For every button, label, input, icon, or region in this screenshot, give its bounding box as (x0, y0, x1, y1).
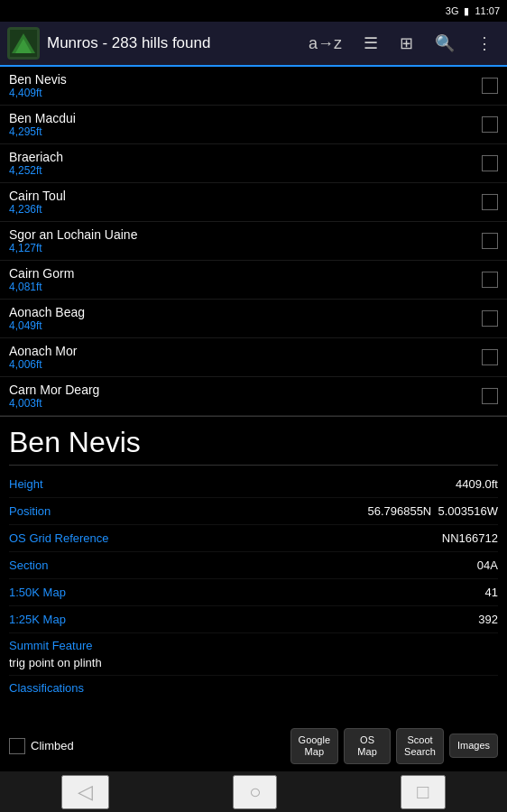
list-item-name: Aonach Mor (9, 344, 77, 358)
height-label: Height (9, 477, 43, 491)
detail-title: Ben Nevis (9, 426, 498, 466)
map25k-row: 1:25K Map 392 (9, 606, 498, 633)
search-button[interactable]: 🔍 (428, 30, 462, 57)
google-map-button[interactable]: Google Map (290, 728, 338, 764)
list-item-checkbox[interactable] (482, 233, 498, 249)
summit-feature-section: Summit Feature trig point on plinth (9, 633, 498, 676)
list-item[interactable]: Cairn Toul 4,236ft (0, 183, 507, 222)
list-item-height: 4,295ft (9, 125, 76, 138)
list-item-name: Cairn Toul (9, 189, 66, 203)
climbed-checkbox[interactable] (9, 738, 25, 754)
list-item-checkbox[interactable] (482, 388, 498, 404)
list-item-checkbox[interactable] (482, 194, 498, 210)
list-item-name: Carn Mor Dearg (9, 383, 99, 397)
signal-indicator: 3G (446, 5, 459, 16)
list-item[interactable]: Cairn Gorm 4,081ft (0, 261, 507, 300)
list-item-height: 4,081ft (9, 281, 74, 293)
climbed-label: Climbed (31, 739, 74, 752)
height-row: Height 4409.0ft (9, 471, 498, 498)
map-view-button[interactable]: ⊞ (392, 30, 420, 57)
sort-button[interactable]: ☰ (356, 30, 385, 57)
os-map-button[interactable]: OS Map (344, 728, 391, 764)
list-item-name: Ben Macdui (9, 111, 76, 125)
sort-alpha-button[interactable]: a→z (301, 31, 349, 57)
os-grid-ref-label: OS Grid Reference (9, 531, 109, 545)
list-item-height: 4,127ft (9, 242, 137, 254)
position-row: Position 56.796855N 5.003516W (9, 498, 498, 525)
list-item-checkbox[interactable] (482, 310, 498, 327)
climbed-container: Climbed (9, 738, 74, 754)
height-value: 4409.0ft (456, 477, 498, 491)
list-item-height: 4,003ft (9, 397, 99, 410)
list-item[interactable]: Ben Nevis 4,409ft (0, 67, 507, 106)
nav-bar: ◁ ○ □ (0, 771, 507, 812)
list-item-height: 4,236ft (9, 203, 66, 216)
section-value: 04A (477, 558, 498, 572)
list-item[interactable]: Aonach Beag 4,049ft (0, 300, 507, 338)
summit-feature-label: Summit Feature (9, 639, 498, 652)
section-row: Section 04A (9, 552, 498, 579)
list-item-height: 4,049ft (9, 319, 85, 332)
list-item-name: Sgor an Lochain Uaine (9, 227, 137, 242)
toolbar: Munros - 283 hills found a→z ☰ ⊞ 🔍 ⋮ (0, 22, 507, 67)
map50k-label: 1:50K Map (9, 586, 66, 599)
classifications-label: Classifications (9, 676, 498, 700)
os-grid-ref-value: NN166712 (442, 531, 498, 545)
hills-list: Ben Nevis 4,409ft Ben Macdui 4,295ft Bra… (0, 67, 507, 417)
list-item[interactable]: Aonach Mor 4,006ft (0, 338, 507, 377)
position-value: 56.796855N 5.003516W (367, 504, 498, 518)
action-bar: Climbed Google Map OS Map Scoot Search I… (0, 721, 507, 771)
list-item-name: Braeriach (9, 150, 63, 164)
map50k-value: 41 (485, 586, 498, 599)
list-item-checkbox[interactable] (482, 116, 498, 133)
battery-icon: ▮ (464, 5, 469, 17)
status-bar: 3G ▮ 11:07 (0, 0, 507, 22)
list-item-name: Ben Nevis (9, 72, 67, 87)
list-item[interactable]: Ben Macdui 4,295ft (0, 106, 507, 144)
detail-panel: Ben Nevis Height 4409.0ft Position 56.79… (0, 417, 507, 700)
more-options-button[interactable]: ⋮ (469, 30, 500, 57)
toolbar-title: Munros - 283 hills found (47, 34, 294, 52)
list-item-name: Cairn Gorm (9, 266, 74, 281)
list-item[interactable]: Sgor an Lochain Uaine 4,127ft (0, 222, 507, 261)
map25k-label: 1:25K Map (9, 613, 66, 626)
images-button[interactable]: Images (449, 734, 498, 758)
list-item-checkbox[interactable] (482, 78, 498, 94)
recents-button[interactable]: □ (401, 775, 445, 809)
back-button[interactable]: ◁ (61, 775, 109, 809)
list-item-checkbox[interactable] (482, 349, 498, 365)
list-item-checkbox[interactable] (482, 155, 498, 171)
list-item-height: 4,252ft (9, 164, 63, 177)
list-item-name: Aonach Beag (9, 305, 85, 319)
map50k-row: 1:50K Map 41 (9, 579, 498, 606)
list-item-height: 4,006ft (9, 358, 77, 371)
os-grid-ref-row: OS Grid Reference NN166712 (9, 525, 498, 552)
position-label: Position (9, 504, 51, 518)
list-item[interactable]: Carn Mor Dearg 4,003ft (0, 377, 507, 416)
list-item-checkbox[interactable] (482, 272, 498, 288)
app-icon (7, 27, 40, 60)
list-item-height: 4,409ft (9, 87, 67, 99)
scoot-search-button[interactable]: Scoot Search (396, 728, 444, 764)
summit-feature-value: trig point on plinth (9, 656, 498, 669)
map25k-value: 392 (478, 613, 498, 626)
home-button[interactable]: ○ (233, 775, 277, 809)
time-display: 11:07 (475, 5, 500, 16)
section-label: Section (9, 558, 48, 572)
list-item[interactable]: Braeriach 4,252ft (0, 144, 507, 183)
